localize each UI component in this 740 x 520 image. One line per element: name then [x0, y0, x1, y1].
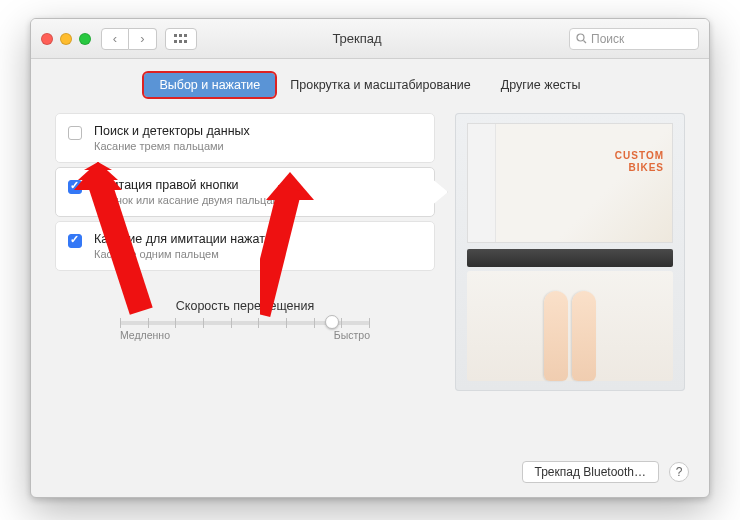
chevron-down-icon: ⌄: [290, 195, 298, 205]
bluetooth-trackpad-button[interactable]: Трекпад Bluetooth…: [522, 461, 659, 483]
forward-button[interactable]: ›: [129, 28, 157, 50]
window-controls: [41, 33, 91, 45]
option-subtitle-dropdown[interactable]: Щелчок или касание двумя пальцами ⌄: [94, 194, 298, 206]
tab-more-gestures[interactable]: Другие жесты: [486, 73, 596, 97]
slider-title: Скорость перемещения: [120, 299, 370, 313]
checkbox-lookup[interactable]: [68, 126, 82, 140]
svg-line-7: [584, 41, 587, 44]
option-title: Поиск и детекторы данных: [94, 124, 250, 138]
search-icon: [576, 33, 587, 44]
svg-rect-2: [184, 34, 187, 37]
search-placeholder: Поиск: [591, 32, 624, 46]
minimize-icon[interactable]: [60, 33, 72, 45]
tab-scroll-zoom[interactable]: Прокрутка и масштабирование: [275, 73, 485, 97]
back-button[interactable]: ‹: [101, 28, 129, 50]
option-subtitle: Касание одним пальцем: [94, 248, 279, 260]
svg-rect-3: [174, 40, 177, 43]
slider-max-label: Быстро: [334, 329, 370, 341]
svg-point-6: [577, 34, 584, 41]
help-button[interactable]: ?: [669, 462, 689, 482]
svg-rect-1: [179, 34, 182, 37]
options-column: Поиск и детекторы данных Касание тремя п…: [55, 113, 435, 391]
preferences-window: ‹ › Трекпад Поиск Выбор и нажатие Прокру…: [30, 18, 710, 498]
finger-icon: [544, 291, 568, 381]
svg-rect-0: [174, 34, 177, 37]
tracking-speed-slider: Скорость перемещения Медленно Быстро: [120, 299, 370, 341]
window-title: Трекпад: [205, 31, 569, 46]
checkbox-tap-to-click[interactable]: [68, 234, 82, 248]
tab-bar: Выбор и нажатие Прокрутка и масштабирова…: [31, 73, 709, 97]
option-subtitle: Касание тремя пальцами: [94, 140, 250, 152]
checkbox-secondary-click[interactable]: [68, 180, 82, 194]
titlebar: ‹ › Трекпад Поиск: [31, 19, 709, 59]
option-lookup[interactable]: Поиск и детекторы данных Касание тремя п…: [55, 113, 435, 163]
grid-icon: [174, 34, 188, 44]
gesture-preview: CUSTOM BIKES: [455, 113, 685, 391]
content-area: Поиск и детекторы данных Касание тремя п…: [31, 97, 709, 403]
zoom-icon[interactable]: [79, 33, 91, 45]
option-title: Касание для имитации нажатия: [94, 232, 279, 246]
show-all-button[interactable]: [165, 28, 197, 50]
preview-keyboard: [467, 249, 673, 267]
close-icon[interactable]: [41, 33, 53, 45]
slider-knob[interactable]: [325, 315, 339, 329]
preview-screen: CUSTOM BIKES: [467, 123, 673, 243]
svg-rect-4: [179, 40, 182, 43]
tab-point-click[interactable]: Выбор и нажатие: [144, 73, 275, 97]
slider-min-label: Медленно: [120, 329, 170, 341]
finger-icon: [572, 291, 596, 381]
nav-buttons: ‹ ›: [101, 28, 157, 50]
slider-track[interactable]: [120, 321, 370, 325]
search-input[interactable]: Поиск: [569, 28, 699, 50]
bottom-bar: Трекпад Bluetooth… ?: [522, 461, 689, 483]
option-title: Имитация правой кнопки: [94, 178, 298, 192]
svg-rect-5: [184, 40, 187, 43]
preview-trackpad: [467, 271, 673, 381]
option-tap-to-click[interactable]: Касание для имитации нажатия Касание одн…: [55, 221, 435, 271]
option-secondary-click[interactable]: Имитация правой кнопки Щелчок или касани…: [55, 167, 435, 217]
